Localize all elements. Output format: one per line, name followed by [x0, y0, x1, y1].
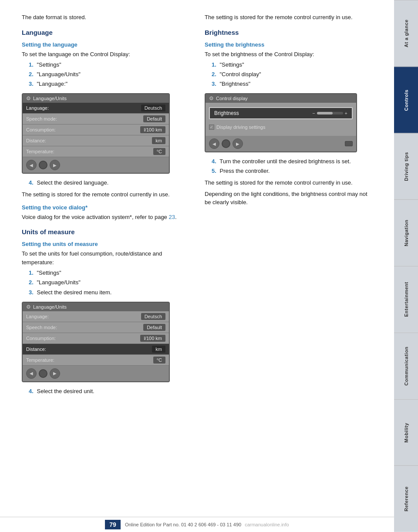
row-value: Default: [143, 115, 165, 122]
settings-icon: ⚙: [26, 95, 31, 101]
sidebar-tab-mobility[interactable]: Mobility: [394, 399, 418, 466]
settings-icon: ⚙: [209, 95, 214, 101]
language-step-1: 1. "Settings": [29, 60, 187, 70]
controller-right[interactable]: ▶: [233, 138, 243, 149]
right-column: The setting is stored for the remote con…: [196, 13, 370, 519]
sidebar-tab-entertainment[interactable]: Entertainment: [394, 266, 418, 333]
brightness-intro: To set the brightness of the Control Dis…: [205, 50, 370, 59]
screen-header-title: Language/Units: [33, 96, 67, 101]
step-text: Press the controller.: [219, 168, 270, 174]
brightness-step-4: 4. Turn the controller until the desired…: [212, 157, 370, 166]
screen-row-language: Language: Deutsch: [23, 103, 169, 114]
screen-header: ⚙ Language/Units: [23, 94, 169, 103]
row-value: km: [152, 137, 165, 144]
units-intro: To set the units for fuel consumption, r…: [22, 249, 187, 266]
brightness-body: Brightness − + ✓ Display drivin: [206, 103, 356, 136]
display-driving-label: Display driving settings: [216, 125, 266, 130]
language-setting-stored: The setting is stored for the remote con…: [22, 190, 187, 199]
step-text: Select the desired language.: [37, 179, 108, 186]
row-label: Distance:: [26, 138, 152, 143]
brightness-screen-container: ⚙ Control display Brightness − +: [205, 93, 370, 152]
step-text: "Language/Units": [37, 71, 80, 77]
controller-area: ◀ ▶: [206, 136, 356, 152]
sidebar-tab-communication[interactable]: Communication: [394, 333, 418, 399]
brightness-heading: Brightness: [205, 29, 370, 36]
voice-dialog-text1: Voice dialog for the voice activation sy…: [22, 214, 167, 220]
right-setting-stored-top: The setting is stored for the remote con…: [205, 13, 370, 22]
controller-left[interactable]: ◀: [26, 368, 37, 379]
voice-dialog-period: .: [175, 214, 177, 220]
units-heading: Units of measure: [22, 228, 187, 236]
language-step-2: 2. "Language/Units": [29, 70, 187, 79]
row-value: l/100 km: [140, 335, 165, 342]
setting-brightness-heading: Setting the brightness: [205, 41, 370, 48]
footer-watermark: carmanualonline.info: [245, 522, 289, 527]
step-num: 1.: [29, 61, 34, 68]
row-value: °C: [153, 148, 165, 155]
brightness-steps-4-5-list: 4. Turn the controller until the desired…: [212, 157, 370, 176]
controller-left[interactable]: ◀: [26, 160, 37, 170]
main-content: The date format is stored. Language Sett…: [0, 0, 394, 532]
brightness-step-1: 1. "Settings": [212, 60, 370, 70]
brightness-step-2: 2. "Control display": [212, 70, 370, 79]
controller-right[interactable]: ▶: [50, 160, 60, 170]
row-value: Deutsch: [141, 313, 165, 320]
brightness-step-3: 3. "Brightness": [212, 79, 370, 89]
language-steps-list: 1. "Settings" 2. "Language/Units" 3. "La…: [29, 60, 187, 89]
voice-dialog-heading: Setting the voice dialog*: [22, 204, 187, 211]
sidebar-tab-navigation[interactable]: Navigation: [394, 199, 418, 266]
step-num: 1.: [29, 269, 34, 276]
sidebar-tab-controls[interactable]: Controls: [394, 67, 418, 133]
brightness-step-5: 5. Press the controller.: [212, 166, 370, 176]
step-text: "Language/Units": [37, 279, 80, 286]
step-num: 2.: [212, 71, 216, 77]
step-num: 4.: [29, 179, 34, 186]
step-text: "Settings": [219, 61, 244, 68]
row-value: l/100 km: [140, 126, 165, 133]
setting-units-heading: Setting the units of measure: [22, 241, 187, 247]
footer-text: Online Edition for Part no. 01 40 2 606 …: [125, 522, 241, 527]
language-step-4: 4. Select the desired language.: [29, 178, 187, 188]
step-num: 4.: [212, 158, 216, 165]
units-steps-list: 1. "Settings" 2. "Language/Units" 3. Sel…: [29, 268, 187, 297]
brightness-minus-icon: −: [312, 111, 315, 116]
sidebar-tab-driving-tips[interactable]: Driving tips: [394, 133, 418, 200]
brightness-fill: [317, 112, 333, 114]
voice-dialog-link[interactable]: 23: [169, 214, 175, 220]
sidebar-tab-at-a-glance[interactable]: At a glance: [394, 0, 418, 67]
step-text: Select the desired menu item.: [37, 289, 111, 296]
screen-header: ⚙ Control display: [206, 94, 356, 103]
brightness-row: Brightness − +: [209, 107, 353, 119]
brightness-stored: The setting is stored for the remote con…: [205, 178, 370, 187]
sidebar-tab-reference[interactable]: Reference: [394, 465, 418, 532]
page-wrapper: The date format is stored. Language Sett…: [0, 0, 418, 532]
screen-row-language: Language: Deutsch: [23, 311, 169, 322]
language-screen: ⚙ Language/Units Language: Deutsch Speec…: [22, 93, 170, 174]
controller-center[interactable]: [39, 369, 47, 378]
controller-left[interactable]: ◀: [209, 138, 219, 149]
brightness-steps-list: 1. "Settings" 2. "Control display" 3. "B…: [212, 60, 370, 89]
language-step-3: 3. "Language:": [29, 79, 187, 89]
screen-row-temperature: Temperature: °C: [23, 146, 169, 157]
footer: 79 Online Edition for Part no. 01 40 2 6…: [0, 517, 394, 532]
row-label: Speech mode:: [26, 116, 143, 121]
row-label: Language:: [26, 105, 141, 111]
row-label: Speech mode:: [26, 325, 143, 330]
step-num: 2.: [29, 279, 34, 286]
controller-area: ◀ ▶: [23, 157, 169, 173]
step-num: 3.: [29, 289, 34, 296]
controller-right[interactable]: ▶: [50, 368, 60, 379]
row-label: Distance:: [26, 347, 152, 352]
date-stored-text: The date format is stored.: [22, 13, 187, 22]
settings-icon: ⚙: [26, 304, 31, 310]
step-num: 3.: [29, 81, 34, 87]
step-text: Select the desired unit.: [37, 388, 94, 394]
brightness-bar: [317, 112, 343, 114]
screen-header-title: Language/Units: [33, 304, 67, 310]
step-num: 2.: [29, 71, 34, 77]
brightness-label: Brightness: [214, 110, 312, 116]
controller-center[interactable]: [39, 161, 47, 169]
screen-row-consumption: Consumption: l/100 km: [23, 333, 169, 344]
controller-center[interactable]: [222, 139, 230, 148]
screen-row-temperature: Temperature: °C: [23, 355, 169, 366]
